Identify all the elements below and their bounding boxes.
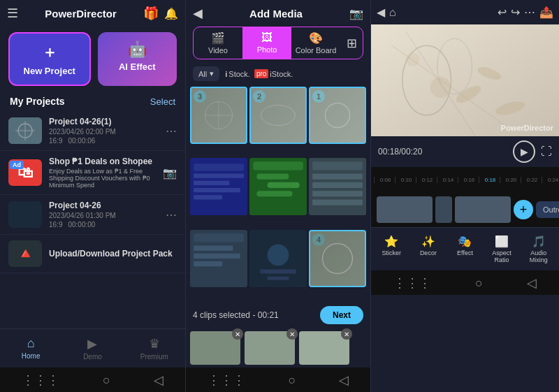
next-button[interactable]: Next	[320, 306, 363, 324]
outro-button[interactable]: Outro	[536, 201, 559, 218]
android-menu-icon[interactable]: ⋮⋮⋮	[22, 372, 59, 388]
timeline-mark: 0:16	[458, 177, 479, 183]
android-back-icon[interactable]: ◁	[154, 372, 164, 388]
timeline-scroll[interactable]: 0:08 0:10 0:12 0:14 0:16 0:18 0:20 0:22 …	[371, 167, 559, 192]
svg-point-35	[268, 244, 289, 266]
list-item[interactable]: Project 04-26 2023/04/26 01:30 PM 16:9 0…	[0, 195, 185, 235]
aspect-ratio: 16:9	[49, 221, 62, 228]
svg-rect-27	[312, 191, 363, 196]
remove-clip-button[interactable]: ✕	[286, 328, 298, 340]
list-item[interactable]: Project 04-26(1) 2023/04/26 02:00 PM 16:…	[0, 111, 185, 151]
filter-row: All ▾ iStock. pro iStock.	[186, 64, 370, 84]
android-nav: ⋮⋮⋮ ○ ◁	[0, 368, 185, 392]
track-clip[interactable]	[435, 196, 452, 223]
tool-effect[interactable]: 🎭 Effect	[447, 232, 483, 266]
svg-rect-24	[312, 161, 363, 170]
android-home-icon[interactable]: ○	[289, 373, 296, 388]
video-tab-label: Video	[208, 46, 228, 55]
svg-rect-17	[194, 196, 222, 200]
android-back-icon[interactable]: ◁	[339, 372, 349, 388]
play-button[interactable]: ▶	[513, 140, 535, 163]
remove-clip-button[interactable]: ✕	[232, 328, 243, 340]
ai-effect-button[interactable]: 🤖 AI Effect	[98, 32, 177, 86]
media-item[interactable]	[309, 158, 366, 215]
project-info: Shop ₱1 Deals on Shopee Enjoy Deals as L…	[49, 157, 156, 189]
android-home-icon[interactable]: ○	[103, 373, 110, 388]
android-home-icon[interactable]: ○	[475, 276, 483, 291]
camera-icon[interactable]: 📷	[349, 7, 363, 20]
color-board-tab-icon: 🎨	[309, 31, 323, 45]
track-clip[interactable]	[377, 196, 433, 223]
sticker-label: Sticker	[382, 249, 402, 256]
filter-extra-icon[interactable]: ⊞	[340, 27, 363, 59]
list-item[interactable]: 🔺 Upload/Download Project Pack	[0, 235, 185, 273]
tool-sticker[interactable]: ⭐ Sticker	[374, 232, 409, 266]
media-item[interactable]	[190, 158, 247, 215]
project-buttons: ＋ New Project 🤖 AI Effect	[0, 27, 185, 92]
right-panel: ◀ ⌂ ↩ ↪ ⋯ 📤	[370, 0, 559, 392]
media-item[interactable]: 3	[190, 87, 247, 144]
media-item[interactable]	[249, 158, 307, 215]
clip-thumbnail[interactable]: ✕	[245, 331, 295, 365]
redo-icon[interactable]: ↪	[511, 6, 520, 19]
sticker-icon: ⭐	[384, 235, 398, 248]
media-grid: 3 2 1	[186, 84, 370, 302]
back-icon[interactable]: ◀	[377, 6, 385, 19]
project-info: Project 04-26(1) 2023/04/26 02:00 PM 16:…	[49, 117, 159, 145]
camera-icon[interactable]: 📷	[163, 166, 177, 180]
decor-label: Decor	[420, 249, 437, 256]
video-tab-icon: 🎬	[211, 31, 225, 45]
tool-aspect-ratio[interactable]: ⬜ Aspect Ratio	[484, 232, 520, 266]
media-item[interactable]	[190, 230, 247, 287]
ad-thumbnail: Ad 🛍	[8, 159, 42, 186]
media-item[interactable]	[249, 230, 307, 287]
menu-icon[interactable]: ☰	[7, 6, 18, 21]
filter-dropdown[interactable]: All ▾	[193, 66, 219, 81]
tool-decor[interactable]: ✨ Decor	[411, 232, 447, 266]
tab-video[interactable]: 🎬 Video	[194, 27, 242, 59]
more-icon[interactable]: ⋯	[524, 6, 535, 19]
remove-clip-button[interactable]: ✕	[341, 328, 352, 340]
photo-tab-label: Photo	[257, 45, 277, 54]
tool-audio-mixing[interactable]: 🎵 Audio Mixing	[521, 232, 556, 266]
clip-thumbnail[interactable]: ✕	[299, 331, 349, 365]
tab-photo[interactable]: 🖼 Photo	[242, 27, 291, 59]
home-icon[interactable]: ⌂	[389, 6, 396, 19]
nav-demo[interactable]: ▶ Demo	[61, 333, 123, 363]
media-item[interactable]: 2	[249, 87, 307, 144]
android-menu-icon[interactable]: ⋮⋮⋮	[393, 275, 431, 291]
istock-source-2[interactable]: pro iStock.	[254, 69, 293, 78]
track-clip[interactable]	[455, 196, 511, 223]
left-panel: ☰ PowerDirector 🎁 🔔 ＋ New Project 🤖 AI E…	[0, 0, 185, 392]
clip-thumbnail[interactable]: ✕	[190, 331, 240, 365]
ad-badge: Ad	[10, 161, 24, 169]
drive-thumbnail: 🔺	[8, 240, 42, 267]
svg-rect-16	[194, 188, 240, 192]
android-menu-icon[interactable]: ⋮⋮⋮	[208, 372, 245, 388]
media-item[interactable]: 1	[309, 87, 366, 144]
more-options-icon[interactable]: ⋯	[166, 208, 177, 222]
nav-premium[interactable]: ♛ Premium	[124, 333, 185, 363]
nav-home[interactable]: ⌂ Home	[0, 333, 61, 363]
fullscreen-button[interactable]: ⛶	[541, 145, 552, 158]
new-project-button[interactable]: ＋ New Project	[8, 32, 91, 86]
undo-icon[interactable]: ↩	[498, 6, 507, 19]
select-button[interactable]: Select	[150, 96, 175, 107]
svg-rect-20	[256, 174, 289, 180]
duration: 00:00:00	[68, 221, 95, 228]
media-item[interactable]: 4	[309, 230, 366, 287]
list-item[interactable]: Ad 🛍 Shop ₱1 Deals on Shopee Enjoy Deals…	[0, 151, 185, 195]
chevron-down-icon: ▾	[210, 69, 214, 78]
export-icon[interactable]: 📤	[539, 6, 553, 19]
timeline-mark: 0:08	[374, 177, 395, 183]
timeline-mark: 0:22	[521, 177, 542, 183]
add-track-button[interactable]: +	[514, 200, 533, 219]
gift-icon[interactable]: 🎁	[143, 6, 159, 21]
more-options-icon[interactable]: ⋯	[166, 124, 177, 138]
android-back-icon[interactable]: ◁	[527, 275, 537, 291]
back-button[interactable]: ◀	[193, 6, 203, 21]
istock-source-1[interactable]: iStock.	[225, 69, 250, 78]
tab-color-board[interactable]: 🎨 Color Board	[291, 27, 340, 59]
bell-icon[interactable]: 🔔	[164, 7, 178, 20]
project-name: Shop ₱1 Deals on Shopee	[49, 157, 156, 166]
